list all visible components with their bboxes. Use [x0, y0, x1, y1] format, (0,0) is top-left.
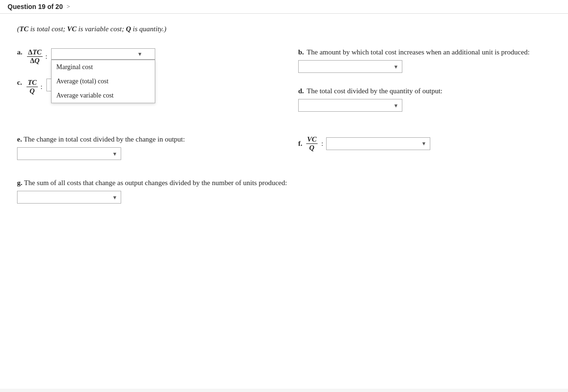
question-c-letter: c. [17, 79, 22, 87]
fraction-a-num: ΔTC [27, 48, 43, 57]
fraction-c-num: TC [27, 79, 37, 87]
fraction-a-denom: ΔQ [29, 57, 40, 65]
colon-c: : [41, 83, 43, 91]
dropdown-d[interactable]: Marginal cost Average (total) cost Avera… [298, 99, 402, 112]
dropdown-a-arrow: ▼ [137, 51, 142, 57]
question-e-block: e. The change in total cost divided by t… [17, 135, 270, 160]
question-d-text: The total cost divided by the quantity o… [307, 87, 443, 95]
dropdown-g[interactable]: Marginal cost Average (total) cost Avera… [17, 191, 121, 204]
colon-a: : [45, 53, 47, 61]
main-content: (TC is total cost; VC is variable cost; … [0, 14, 568, 389]
chevron-icon: > [67, 3, 70, 10]
question-e-letter: e. [17, 135, 22, 143]
question-b-text: The amount by which total cost increases… [307, 48, 530, 56]
question-progress: Question 19 of 20 [8, 3, 63, 10]
dropdown-b-wrapper[interactable]: Marginal cost Average (total) cost Avera… [298, 60, 402, 73]
question-a-letter: a. [17, 48, 22, 56]
dropdown-g-wrapper[interactable]: Marginal cost Average (total) cost Avera… [17, 191, 121, 204]
fraction-c-denom: Q [29, 87, 36, 95]
dropdown-a-menu: Marginal cost Average (total) cost Avera… [51, 60, 155, 103]
dropdown-e[interactable]: Marginal cost Average (total) cost Avera… [17, 147, 121, 160]
left-column: a. ΔTC ΔQ : ▼ [17, 48, 270, 112]
fraction-f-denom: Q [308, 144, 315, 152]
fraction-a: ΔTC ΔQ [27, 48, 43, 64]
dropdown-e-wrapper[interactable]: Marginal cost Average (total) cost Avera… [17, 147, 121, 160]
question-f-block: f. VC Q : Marginal cost Average (total) … [298, 135, 551, 160]
fraction-c: TC Q [27, 79, 37, 95]
question-d-block: d. The total cost divided by the quantit… [298, 87, 551, 112]
dropdown-d-wrapper[interactable]: Marginal cost Average (total) cost Avera… [298, 99, 402, 112]
header-bar: Question 19 of 20 > [0, 0, 568, 14]
fraction-f: VC Q [306, 135, 318, 151]
question-b-block: b. The amount by which total cost increa… [298, 48, 551, 73]
subtitle: (TC is total cost; VC is variable cost; … [17, 25, 551, 33]
question-g-text: The sum of all costs that change as outp… [24, 179, 287, 187]
dropdown-f-wrapper[interactable]: Marginal cost Average (total) cost Avera… [326, 137, 430, 150]
colon-f: : [321, 140, 323, 148]
dropdown-a-option-3[interactable]: Average variable cost [52, 89, 155, 103]
fraction-f-num: VC [306, 135, 318, 144]
dropdown-a-option-1[interactable]: Marginal cost [52, 60, 155, 74]
question-a-block: a. ΔTC ΔQ : ▼ [17, 48, 270, 64]
dropdown-b[interactable]: Marginal cost Average (total) cost Avera… [298, 60, 402, 73]
question-f-letter: f. [298, 140, 302, 148]
dropdown-a-open[interactable]: ▼ Marginal cost Average (total) cost Ave… [51, 48, 155, 60]
question-g-block: g. The sum of all costs that change as o… [17, 179, 551, 204]
question-b-letter: b. [298, 48, 304, 56]
dropdown-a-trigger[interactable]: ▼ [51, 48, 155, 60]
dropdown-f[interactable]: Marginal cost Average (total) cost Avera… [326, 137, 430, 150]
question-g-letter: g. [17, 179, 22, 187]
right-column: b. The amount by which total cost increa… [298, 48, 551, 112]
question-d-letter: d. [298, 87, 304, 95]
question-e-text: The change in total cost divided by the … [24, 135, 185, 143]
dropdown-a-option-2[interactable]: Average (total) cost [52, 74, 155, 89]
